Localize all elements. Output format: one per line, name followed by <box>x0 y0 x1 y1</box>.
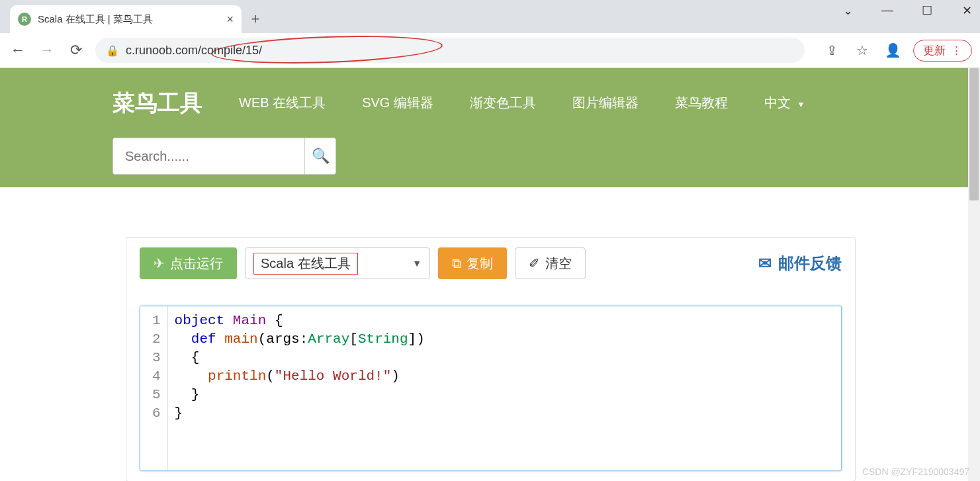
search-icon: 🔍 <box>312 148 330 164</box>
nav-svg-editor[interactable]: SVG 编辑器 <box>362 94 433 112</box>
url-box[interactable]: 🔒 c.runoob.com/compile/15/ <box>95 38 805 63</box>
profile-icon[interactable]: 👤 <box>883 42 903 58</box>
code-editor[interactable]: 1 2 3 4 5 6 object Main { def main(args:… <box>140 306 842 471</box>
minimize-icon[interactable]: — <box>877 3 897 18</box>
nav-image-editor[interactable]: 图片编辑器 <box>572 94 639 112</box>
language-select-label: Scala 在线工具 <box>253 253 358 275</box>
eraser-icon: ✐ <box>529 255 540 271</box>
code-line: { <box>175 349 425 367</box>
address-bar: ← → ⟳ 🔒 c.runoob.com/compile/15/ ⇪ ☆ 👤 更… <box>0 33 980 68</box>
url-text: c.runoob.com/compile/15/ <box>126 44 262 58</box>
window-controls: ⌄ — ☐ ✕ <box>838 3 977 18</box>
nav-language[interactable]: 中文 ▼ <box>764 94 805 112</box>
close-tab-icon[interactable]: × <box>226 13 234 26</box>
language-select[interactable]: Scala 在线工具 ▼ <box>245 247 430 279</box>
favicon-icon: R <box>18 13 31 26</box>
menu-dots-icon: ⋮ <box>951 44 962 58</box>
update-button[interactable]: 更新 ⋮ <box>913 40 972 62</box>
editor-panel: ✈ 点击运行 Scala 在线工具 ▼ ⧉ 复制 ✐ 清空 <box>126 237 856 481</box>
chevron-down-icon: ▼ <box>412 258 422 269</box>
nav-gradient-tool[interactable]: 渐变色工具 <box>470 94 536 112</box>
lock-icon: 🔒 <box>106 44 119 57</box>
reload-icon[interactable]: ⟳ <box>66 42 86 59</box>
code-lines[interactable]: object Main { def main(args:Array[String… <box>168 306 431 470</box>
copy-button[interactable]: ⧉ 复制 <box>438 247 507 279</box>
close-window-icon[interactable]: ✕ <box>957 3 977 18</box>
star-icon[interactable]: ☆ <box>852 42 872 58</box>
line-number: 1 <box>152 312 161 330</box>
nav-web-tools[interactable]: WEB 在线工具 <box>239 94 326 112</box>
tab-title: Scala 在线工具 | 菜鸟工具 <box>38 13 153 26</box>
search-button[interactable]: 🔍 <box>304 138 335 174</box>
chevron-down-icon[interactable]: ⌄ <box>838 3 858 18</box>
browser-tab[interactable]: R Scala 在线工具 | 菜鸟工具 × <box>10 5 242 33</box>
code-line: println("Hello World!") <box>175 367 425 386</box>
feedback-link[interactable]: ✉ 邮件反馈 <box>758 253 842 274</box>
line-number: 6 <box>152 404 161 423</box>
clear-button[interactable]: ✐ 清空 <box>515 247 586 279</box>
code-line: } <box>175 386 425 404</box>
mail-icon: ✉ <box>758 254 772 273</box>
copy-icon: ⧉ <box>452 256 461 271</box>
line-number: 5 <box>152 386 161 404</box>
tab-bar: R Scala 在线工具 | 菜鸟工具 × + ⌄ — ☐ ✕ <box>0 0 980 33</box>
code-line: def main(args:Array[String]) <box>175 330 425 349</box>
back-icon[interactable]: ← <box>8 42 28 59</box>
share-icon[interactable]: ⇪ <box>822 42 842 58</box>
search-input[interactable] <box>113 138 304 174</box>
nav-language-label: 中文 <box>764 95 791 110</box>
line-gutter: 1 2 3 4 5 6 <box>140 306 168 470</box>
scrollbar-thumb[interactable] <box>969 68 979 200</box>
caret-down-icon: ▼ <box>797 100 805 109</box>
line-number: 4 <box>152 367 161 386</box>
search-group: 🔍 <box>112 138 336 175</box>
line-number: 2 <box>152 330 161 349</box>
maximize-icon[interactable]: ☐ <box>917 3 937 18</box>
watermark: CSDN @ZYF2190003497 <box>862 466 969 477</box>
paper-plane-icon: ✈ <box>154 255 165 271</box>
run-label: 点击运行 <box>170 255 223 273</box>
feedback-label: 邮件反馈 <box>778 253 842 274</box>
site-header: 菜鸟工具 WEB 在线工具 SVG 编辑器 渐变色工具 图片编辑器 菜鸟教程 中… <box>0 68 968 187</box>
nav-tutorial[interactable]: 菜鸟教程 <box>675 94 728 112</box>
run-button[interactable]: ✈ 点击运行 <box>140 247 237 279</box>
editor-toolbar: ✈ 点击运行 Scala 在线工具 ▼ ⧉ 复制 ✐ 清空 <box>140 247 842 279</box>
line-number: 3 <box>152 349 161 367</box>
site-logo[interactable]: 菜鸟工具 <box>112 88 202 118</box>
copy-label: 复制 <box>467 255 493 273</box>
new-tab-button[interactable]: + <box>242 5 269 33</box>
scrollbar-track[interactable] <box>968 68 980 481</box>
code-line: } <box>175 404 425 423</box>
forward-icon[interactable]: → <box>37 42 57 59</box>
code-line: object Main { <box>175 312 425 330</box>
clear-label: 清空 <box>545 255 572 273</box>
update-label: 更新 <box>923 43 946 58</box>
